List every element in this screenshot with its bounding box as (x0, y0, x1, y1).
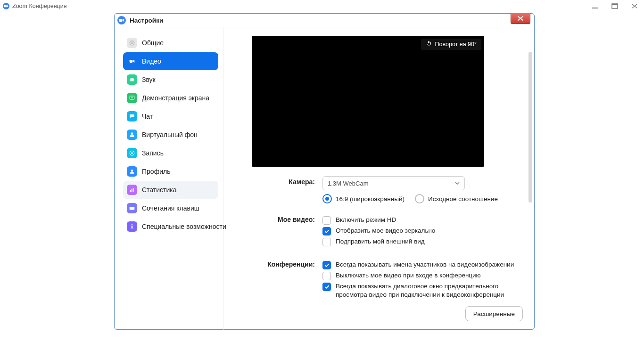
person-icon (127, 130, 137, 140)
dialog-close-button[interactable] (511, 13, 530, 24)
svg-rect-16 (133, 188, 134, 192)
checkbox-icon (322, 272, 331, 280)
svg-rect-2 (592, 8, 598, 8)
sidebar-item-shortcuts[interactable]: Сочетания клавиш (123, 199, 218, 217)
dialog-titlebar: Настройки (115, 14, 534, 27)
camera-select[interactable]: 1.3M WebCam (322, 176, 465, 190)
my-video-hd-checkbox[interactable]: Включить режим HD (322, 216, 524, 225)
accessibility-icon (127, 221, 137, 232)
sidebar-item-label: Общие (142, 39, 164, 47)
sidebar-item-chat[interactable]: Чат (123, 107, 218, 125)
sidebar-item-label: Запись (142, 149, 164, 157)
settings-sidebar: ОбщиеВидеоЗвукДемонстрация экранаЧатВирт… (115, 27, 223, 330)
sidebar-item-label: Сочетания клавиш (142, 204, 199, 212)
sidebar-item-stats[interactable]: Статистика (123, 181, 218, 199)
aspect-original-label: Исходное соотношение (428, 195, 498, 203)
checkbox-label: Включить режим HD (336, 216, 396, 224)
video-icon (127, 56, 137, 66)
sidebar-item-label: Чат (142, 113, 153, 120)
checkbox-icon (322, 283, 331, 291)
svg-point-12 (131, 152, 133, 154)
checkbox-label: Всегда показывать имена участников на ви… (336, 260, 514, 269)
svg-rect-17 (130, 207, 135, 210)
outer-window-titlebar: Zoom Конференция (0, 0, 644, 12)
sidebar-item-vbg[interactable]: Виртуальный фон (123, 126, 218, 144)
camera-section-label: Камера: (252, 176, 322, 186)
meeting-offjoin-checkbox[interactable]: Выключать мое видео при входе в конферен… (322, 271, 524, 280)
svg-point-18 (132, 224, 132, 225)
rotate-icon (426, 41, 432, 49)
checkbox-label: Отобразить мое видео зеркально (336, 227, 435, 235)
sidebar-item-label: Виртуальный фон (142, 131, 198, 138)
meetings-section-label: Конференции: (252, 259, 322, 268)
zoom-icon (117, 16, 126, 24)
profile-icon (127, 166, 137, 177)
sidebar-item-profile[interactable]: Профиль (123, 162, 218, 180)
dialog-title: Настройки (130, 17, 163, 24)
video-preview: Поворот на 90° (252, 36, 484, 167)
keyboard-icon (127, 203, 137, 213)
advanced-button-label: Расширенные (473, 310, 515, 317)
outer-minimize-button[interactable] (588, 2, 602, 10)
checkbox-label: Всегда показывать диалоговое окно предва… (336, 282, 524, 299)
outer-maximize-button[interactable] (608, 2, 621, 10)
sidebar-item-label: Специальные возможности (142, 223, 226, 230)
gear-icon (127, 38, 137, 48)
aspect-original-radio[interactable]: Исходное соотношение (415, 194, 498, 203)
sidebar-item-share[interactable]: Демонстрация экрана (123, 89, 218, 107)
sidebar-item-record[interactable]: Запись (123, 144, 218, 162)
checkbox-label: Выключать мое видео при входе в конферен… (336, 271, 481, 280)
svg-point-13 (131, 170, 133, 172)
my-video-touchup-checkbox[interactable]: Подправить мой внешний вид (322, 237, 524, 246)
meeting-names-checkbox[interactable]: Всегда показывать имена участников на ви… (322, 260, 524, 269)
sidebar-item-label: Профиль (142, 168, 170, 175)
camera-select-value: 1.3M WebCam (328, 180, 368, 187)
outer-window-title: Zoom Конференция (12, 3, 67, 9)
chat-icon (127, 111, 137, 122)
checkbox-label: Подправить мой внешний вид (336, 237, 425, 246)
svg-rect-1 (4, 5, 7, 7)
settings-main-panel: Поворот на 90° Камера: 1.3M WebCam 16:9 … (223, 27, 534, 330)
my-video-section-label: Мое видео: (252, 214, 322, 223)
svg-rect-6 (119, 19, 123, 22)
my-video-mirror-checkbox[interactable]: Отобразить мое видео зеркально (322, 227, 524, 235)
sidebar-item-label: Звук (142, 76, 156, 83)
svg-rect-14 (130, 190, 131, 192)
headphones-icon (127, 74, 137, 85)
sidebar-item-accessibility[interactable]: Специальные возможности (123, 218, 218, 235)
svg-rect-8 (130, 60, 132, 63)
scrollbar[interactable] (528, 52, 532, 203)
sidebar-item-label: Статистика (142, 186, 177, 194)
rotate-90-button[interactable]: Поворот на 90° (421, 39, 481, 50)
checkbox-icon (322, 238, 331, 246)
svg-point-7 (131, 42, 133, 44)
rotate-label: Поворот на 90° (435, 41, 477, 48)
radio-icon (415, 194, 424, 203)
checkbox-icon (322, 261, 331, 269)
svg-rect-15 (132, 189, 132, 192)
share-icon (127, 93, 137, 103)
sidebar-item-video[interactable]: Видео (123, 52, 218, 70)
settings-dialog: Настройки ОбщиеВидеоЗвукДемонстрация экр… (114, 13, 535, 330)
meeting-preview-checkbox[interactable]: Всегда показывать диалоговое окно предва… (322, 282, 524, 299)
svg-rect-4 (612, 4, 618, 5)
chevron-down-icon (455, 180, 460, 187)
zoom-app-icon (3, 3, 9, 9)
sidebar-item-audio[interactable]: Звук (123, 71, 218, 89)
radio-icon (322, 194, 332, 203)
aspect-wide-radio[interactable]: 16:9 (широкоэкранный) (322, 194, 405, 203)
sidebar-item-label: Демонстрация экрана (142, 94, 209, 102)
aspect-wide-label: 16:9 (широкоэкранный) (336, 195, 405, 203)
outer-close-button[interactable] (628, 2, 641, 10)
bars-icon (127, 185, 137, 195)
checkbox-icon (322, 227, 331, 235)
record-icon (127, 148, 137, 158)
sidebar-item-label: Видео (142, 57, 161, 65)
sidebar-item-general[interactable]: Общие (123, 34, 218, 52)
svg-point-10 (131, 132, 133, 135)
advanced-button[interactable]: Расширенные (465, 306, 523, 321)
checkbox-icon (322, 216, 331, 225)
